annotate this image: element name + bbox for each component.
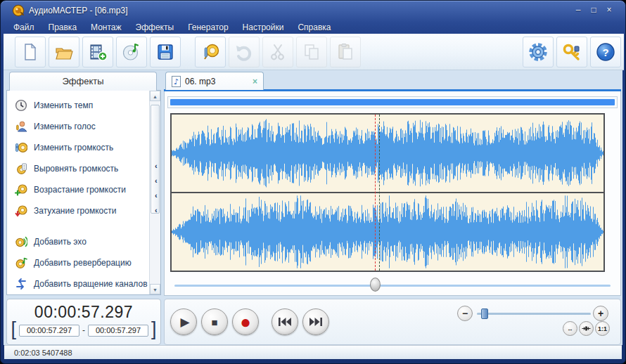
record-button[interactable]: ● [232, 308, 259, 335]
transport-panel: ▶ ■ ● − + ↔ [164, 299, 621, 345]
stop-button[interactable]: ■ [201, 308, 228, 335]
copy-icon [302, 42, 321, 62]
record-icon: ● [240, 313, 251, 331]
save-icon [155, 42, 175, 62]
collapse-chevron-icon: ‹ [155, 177, 163, 184]
effect-item-voice[interactable]: Изменить голос [7, 116, 149, 137]
fade-in-icon [15, 183, 27, 196]
cut-icon [268, 42, 288, 62]
import-video-icon [88, 42, 108, 62]
settings-gear-icon [528, 41, 549, 63]
scroll-down-arrow[interactable]: ▼ [150, 284, 160, 294]
zoom-slider-track[interactable] [477, 313, 591, 315]
zoom-slider-thumb[interactable] [481, 308, 488, 319]
effects-panel-header[interactable]: Эффекты [9, 72, 157, 91]
selection-end-input[interactable]: 00:00:57.297 [88, 325, 148, 337]
menu-file[interactable]: Файл [6, 21, 41, 34]
effect-item-fade-in[interactable]: Возрастание громкости [7, 179, 149, 200]
overview-position-bar [170, 99, 615, 105]
record-voice-icon [200, 42, 220, 62]
scroll-track[interactable] [174, 285, 611, 287]
waveform-scrollbar[interactable] [167, 277, 618, 294]
play-icon: ▶ [180, 315, 189, 330]
scroll-thumb[interactable] [370, 278, 381, 292]
waveform-page [164, 91, 621, 296]
maximize-button[interactable]: □ [589, 5, 599, 15]
menu-settings[interactable]: Настройки [236, 21, 291, 34]
playhead-cursor [375, 115, 376, 271]
menu-help[interactable]: Справка [290, 21, 338, 34]
play-button[interactable]: ▶ [170, 308, 197, 335]
settings-button[interactable] [523, 37, 554, 67]
zoom-out-button[interactable]: − [457, 306, 473, 321]
effect-item-reverb[interactable]: Добавить реверберацию [7, 252, 149, 273]
waveform-right-channel[interactable] [172, 193, 603, 271]
status-text: 0:02:03 5407488 [14, 349, 72, 357]
effect-item-fade-out[interactable]: Затухание громкости [7, 200, 149, 221]
document-tab[interactable]: ♪ 06. mp3 × [165, 72, 264, 90]
panel-splitter[interactable]: ‹ ‹ ‹ ‹ [155, 162, 163, 214]
zoom-selection-button[interactable] [579, 321, 594, 336]
cut-button [262, 37, 293, 67]
current-time-display: 00:00:57.297 [7, 303, 160, 322]
scroll-up-arrow[interactable]: ▲ [150, 91, 160, 101]
collapse-chevron-icon: ‹ [155, 192, 163, 199]
stop-icon: ■ [211, 316, 217, 328]
track-overview-bar[interactable] [167, 96, 618, 108]
menu-montage[interactable]: Монтаж [84, 21, 129, 34]
window-title: АудиоМАСТЕР - [06.mp3] [29, 6, 128, 15]
bracket-left: [ [11, 322, 16, 336]
channel-rotate-icon [15, 278, 27, 290]
license-key-button[interactable] [556, 37, 587, 67]
close-button[interactable]: × [604, 5, 614, 15]
undo-icon [234, 42, 254, 62]
zoom-in-button[interactable]: + [593, 306, 608, 321]
waveform-display[interactable] [170, 113, 605, 272]
audio-file-icon: ♪ [172, 76, 181, 87]
toolbar: ? [4, 34, 624, 70]
effect-item-tempo[interactable]: Изменить темп [7, 95, 149, 116]
app-icon [12, 4, 25, 17]
svg-text:♪: ♪ [174, 77, 179, 86]
effect-item-normalize[interactable]: Выровнять громкость [7, 158, 149, 179]
titlebar[interactable]: АудиоМАСТЕР - [06.mp3] – □ × [1, 1, 625, 20]
tab-close-icon[interactable]: × [253, 77, 257, 86]
skip-start-button[interactable] [272, 308, 298, 335]
skip-end-button[interactable] [302, 308, 329, 335]
undo-button [229, 37, 260, 67]
range-separator: - [82, 325, 85, 335]
volume-icon [15, 141, 27, 154]
effect-item-volume[interactable]: Изменить громкость [7, 137, 149, 158]
help-icon: ? [595, 41, 616, 63]
reverb-icon [15, 256, 27, 269]
grab-cd-icon [122, 42, 141, 62]
help-button[interactable]: ? [590, 37, 621, 67]
open-file-icon [54, 42, 74, 62]
zoom-selection-icon [582, 325, 591, 332]
effect-item-atmosphere[interactable]: Создать атмосферу [7, 294, 149, 295]
effect-item-echo[interactable]: Добавить эхо [7, 231, 149, 252]
paste-button [330, 37, 361, 67]
skip-end-icon [309, 317, 323, 327]
effects-list: Изменить темп Изменить голос Изменить гр… [6, 90, 161, 295]
selection-start-input[interactable]: 00:00:57.297 [19, 325, 79, 337]
menu-bar: Файл Правка Монтаж Эффекты Генератор Нас… [6, 21, 338, 34]
minimize-button[interactable]: – [573, 5, 583, 15]
collapse-chevron-icon: ‹ [155, 162, 163, 169]
grab-cd-button[interactable] [116, 37, 147, 67]
zoom-actual-button[interactable]: 1:1 [595, 321, 610, 336]
import-video-button[interactable] [82, 37, 113, 67]
status-bar: 0:02:03 5407488 [4, 345, 622, 359]
save-button[interactable] [150, 37, 181, 67]
waveform-left-channel[interactable] [172, 115, 603, 192]
copy-button [296, 37, 327, 67]
license-key-icon [562, 42, 582, 62]
new-file-button[interactable] [15, 37, 46, 67]
menu-edit[interactable]: Правка [41, 21, 84, 34]
menu-generator[interactable]: Генератор [181, 21, 235, 34]
menu-effects[interactable]: Эффекты [129, 21, 181, 34]
record-voice-button[interactable] [195, 37, 226, 67]
effect-item-channel-rotate[interactable]: Добавить вращение каналов [7, 273, 149, 294]
zoom-fit-button[interactable]: ↔ [563, 321, 577, 336]
open-file-button[interactable] [49, 37, 79, 67]
